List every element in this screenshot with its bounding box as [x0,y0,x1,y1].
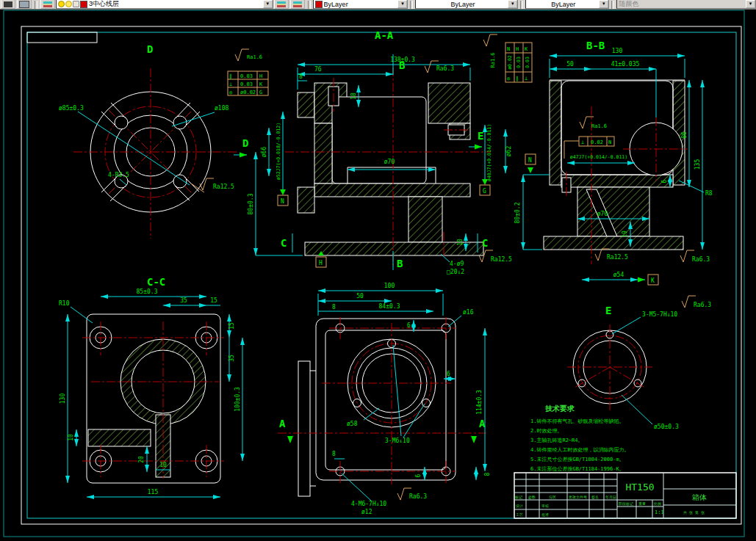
tol-datum: H [259,73,262,79]
tb-row-label: 设计 [515,504,523,508]
tol-datum: K [259,81,263,87]
dim-ra63: Ra6.3 [409,493,427,500]
dim-47: ø47J7(+0.014/-0.011) [570,154,627,160]
datum-arrow [280,189,286,195]
dim-6b: 6 [447,371,450,377]
view-c-c: C-C 85±0.3 35 15 [59,276,242,497]
dim-ra63: Ra6.3 [694,302,711,308]
tb-stage-label: 阶段标记 [619,501,633,506]
dim-85: 85±0.3 [137,288,158,295]
tol-symbol: ∥ [516,76,519,81]
dim-50: 50 [356,293,364,299]
surface-finish-icon [200,178,214,190]
dim-15t: 15 [210,297,217,304]
tech-item: 3.主轴孔铸造R2~R4。 [530,437,583,443]
dim-35t: 35 [180,297,187,304]
view-plan: A A 100 50 8 84±0.3 ø16 6 6 114±0.3 ø58 … [278,283,491,515]
title-block: 标记 处数 分区 更改文件号 签名 年月日 设计 工艺 审核 批准 HT150 … [514,473,736,518]
dim-6a: 6 [407,322,411,329]
datum-n: N [281,198,284,205]
ra-value: Ra1.6 [490,52,496,68]
datum-h: H [319,260,323,266]
tol-symbol: ⊥ [525,76,528,81]
dim-19: 19 [622,230,628,238]
dim-62: ø62 [505,146,512,157]
dim-66: ø66 [261,147,267,158]
drawing-canvas[interactable]: D D ø85±0.3 ø108 4-R3.5 Ra12.5 Ra1.6 ∥ 0… [0,0,756,541]
tol-symbol: ∥ [229,73,232,79]
view-d: D D ø85±0.3 ø108 4-R3.5 Ra12.5 Ra1.6 ∥ 0… [59,43,268,239]
tb-weight-label: 重量 [638,501,646,506]
dim-35r: 35 [228,355,235,362]
dim-40: ø40J7(+0.014/-0.011) [486,124,492,181]
dim-holes: 4-ø9 [450,261,464,267]
tech-item: 5.未注尺寸公差按GB/T1804-2000-m。 [530,456,624,462]
dim-76: 76 [314,66,322,73]
tech-item: 6.未注形位公差按GB/T1184-1996-K。 [530,465,624,472]
section-b-top: B [399,59,405,71]
dim-50: 50 [566,61,574,68]
tol-value: ø0.02 [507,55,513,70]
dim-41: 41±0.035 [611,61,640,68]
tol-symbol: ⊥ [229,81,232,87]
cad-application-window: 3中心线层 ▾ ByLayer ▾ ByLayer ▾ ByLayer ▾ 随颜… [0,0,756,541]
tol-symbol: ◎ [229,90,233,95]
tol-datum: G [259,90,262,95]
dim-50: ø50±0.3 [654,424,679,430]
view-d-side-label: D [242,137,248,149]
tol-symbol: ◎ [507,76,511,81]
ra-value: Ra1.6 [591,123,607,129]
dim-10b: 10 [159,462,167,468]
dim-ra125: Ra12.5 [213,184,234,190]
dim-10l: 10 [68,434,74,441]
dim-15r: 15 [228,322,235,330]
tol-value: 0.03 [240,73,253,79]
view-e: E 3-M5-7H↓10 ø50±0.3 Ra6.3 [567,296,711,430]
datum-arrow [528,167,533,173]
view-a-a: A-A 138±0.3 [248,29,532,275]
section-c-left: C [281,237,287,249]
tech-item: 2.时效处理。 [530,428,562,434]
tb-header: 处数 [528,495,536,500]
zone-box [27,32,97,43]
tb-header: 分区 [549,495,556,499]
dim-8: 8 [299,73,303,80]
dim-16: ø16 [463,309,474,316]
tb-header: 更改文件号 [569,495,587,499]
view-e-label: E [605,305,611,316]
tb-row-label: 工艺 [516,512,523,517]
dim-8c: 8 [484,472,491,476]
tol-value: 0.03 [525,57,530,68]
dim-100: 100±0.3 [234,387,241,412]
tol-datum: N [507,46,510,52]
view-e-arrow-label: E [478,130,483,142]
dim-ra63: Ra6.3 [436,65,454,72]
dim-r8: R8 [705,190,713,197]
dim-ra125: Ra12.5 [491,256,512,263]
dim-84: 84±0.3 [379,303,400,310]
tol-value: 0.03 [240,81,253,87]
dim-counterbore: □20↓2 [447,269,464,275]
dim-130: 130 [612,48,623,54]
tol-symbol: ⊥ [581,139,584,145]
section-c-right: C [482,237,488,249]
tol-datum: N [608,139,611,145]
tb-row-label: 审核 [541,504,549,508]
dim-12: ø12 [361,509,372,515]
view-d-label: D [147,43,153,55]
dim-m5: 3-M5-7H↓10 [642,311,677,318]
dim-20: 20 [138,456,145,463]
view-b-b: B-B 130 50 41±0.035 86 [514,40,713,285]
tb-sheets: 共 张 第 张 [683,510,705,515]
dim-6: 6 [661,179,668,183]
datum-n: N [528,157,532,164]
dim-ra63: Ra6.3 [692,256,710,263]
dim-70: ø70 [384,159,395,165]
dim-r10: R10 [59,300,70,307]
section-arrow [287,436,293,443]
dim-m6x4: 4-M6-7H↓10 [351,501,386,507]
dim-dia108: ø108 [215,105,228,112]
tol-datum: H [516,46,519,52]
dim-100: 100 [384,283,395,289]
section-b-bottom: B [397,258,403,269]
